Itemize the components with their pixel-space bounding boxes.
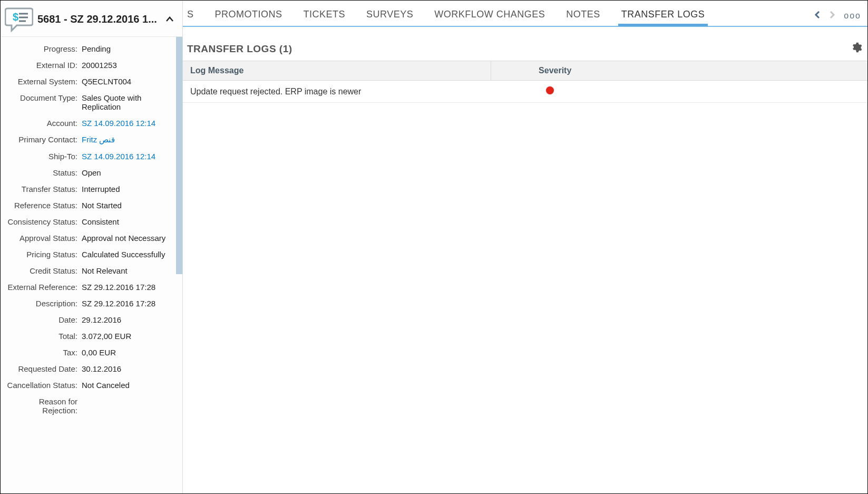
- section-header: TRANSFER LOGS (1): [183, 27, 867, 61]
- detail-value: Calculated Successfully: [80, 250, 179, 259]
- detail-row: Approval Status:Approval not Necessary: [4, 234, 179, 243]
- svg-text:$: $: [13, 11, 18, 23]
- detail-row: Reason for Rejection:: [4, 397, 179, 415]
- detail-row: Pricing Status:Calculated Successfully: [4, 250, 179, 259]
- detail-label: Account:: [4, 119, 80, 128]
- tab-truncated[interactable]: S: [185, 7, 204, 25]
- detail-value: Pending: [80, 44, 179, 53]
- detail-value: Not Relevant: [80, 266, 179, 275]
- detail-label: Tax:: [4, 348, 80, 357]
- detail-label: Document Type:: [4, 93, 80, 102]
- detail-row: Credit Status:Not Relevant: [4, 266, 179, 275]
- detail-label: Total:: [4, 332, 80, 341]
- detail-value-link[interactable]: SZ 14.09.2016 12:14: [80, 152, 179, 161]
- tab-workflow-changes[interactable]: WORKFLOW CHANGES: [424, 7, 555, 25]
- detail-label: Status:: [4, 168, 80, 177]
- detail-label: External System:: [4, 77, 80, 86]
- tab-bar: S PROMOTIONSTICKETSSURVEYSWORKFLOW CHANG…: [183, 1, 867, 27]
- sidebar-header: $ 5681 - SZ 29.12.2016 1...: [1, 1, 182, 37]
- detail-value: 3.072,00 EUR: [80, 332, 179, 341]
- transfer-logs-table: Log Message Severity Update request reje…: [183, 61, 867, 103]
- detail-value: 29.12.2016: [80, 315, 179, 324]
- detail-value-link[interactable]: Fritz قنص: [80, 135, 179, 144]
- severity-error-icon: [546, 86, 554, 94]
- detail-value: Approval not Necessary: [80, 234, 179, 243]
- detail-label: Transfer Status:: [4, 185, 80, 193]
- detail-row: Progress:Pending: [4, 44, 179, 53]
- detail-value: Sales Quote with Replication: [80, 93, 179, 111]
- detail-row: Requested Date:30.12.2016: [4, 364, 179, 373]
- detail-row: Reference Status:Not Started: [4, 201, 179, 210]
- detail-row: Account:SZ 14.09.2016 12:14: [4, 119, 179, 128]
- detail-label: Approval Status:: [4, 234, 80, 243]
- detail-row: Status:Open: [4, 168, 179, 177]
- detail-label: Credit Status:: [4, 266, 80, 275]
- detail-row: Ship-To:SZ 14.09.2016 12:14: [4, 152, 179, 161]
- detail-label: Consistency Status:: [4, 217, 80, 226]
- detail-row: Consistency Status:Consistent: [4, 217, 179, 226]
- detail-value: SZ 29.12.2016 17:28: [80, 283, 179, 292]
- detail-value: 20001253: [80, 61, 179, 70]
- detail-value: Q5ECLNT004: [80, 77, 179, 86]
- detail-value: SZ 29.12.2016 17:28: [80, 299, 179, 308]
- detail-row: External System:Q5ECLNT004: [4, 77, 179, 86]
- tab-notes[interactable]: NOTES: [555, 7, 611, 25]
- scrollbar-thumb[interactable]: [176, 37, 182, 274]
- detail-row: Cancellation Status:Not Canceled: [4, 381, 179, 390]
- detail-row: Tax:0,00 EUR: [4, 348, 179, 357]
- detail-label: Primary Contact:: [4, 135, 80, 144]
- detail-value: Open: [80, 168, 179, 177]
- detail-value-link[interactable]: SZ 14.09.2016 12:14: [80, 119, 179, 128]
- detail-row: Total:3.072,00 EUR: [4, 332, 179, 341]
- settings-gear-icon[interactable]: [851, 42, 862, 56]
- detail-label: External Reference:: [4, 283, 80, 292]
- detail-value: Not Canceled: [80, 381, 179, 390]
- detail-label: Ship-To:: [4, 152, 80, 161]
- tab-nav: ooo: [812, 9, 865, 23]
- tab-next-icon: [827, 9, 837, 23]
- detail-row: Date:29.12.2016: [4, 315, 179, 324]
- detail-label: Pricing Status:: [4, 250, 80, 259]
- detail-value: Interrupted: [80, 185, 179, 193]
- tab-surveys[interactable]: SURVEYS: [356, 7, 424, 25]
- sales-quote-icon: $: [5, 6, 33, 32]
- detail-value: 0,00 EUR: [80, 348, 179, 357]
- detail-label: External ID:: [4, 61, 80, 70]
- table-header-row: Log Message Severity: [183, 61, 867, 81]
- tab-prev-icon[interactable]: [812, 9, 823, 23]
- overflow-menu-icon[interactable]: ooo: [842, 11, 862, 21]
- details-panel: Progress:PendingExternal ID:20001253Exte…: [1, 37, 182, 493]
- detail-label: Progress:: [4, 44, 80, 53]
- detail-row: Description:SZ 29.12.2016 17:28: [4, 299, 179, 308]
- detail-row: Primary Contact:Fritz قنص: [4, 135, 179, 144]
- cell-log-message: Update request rejected. ERP image is ne…: [183, 81, 491, 103]
- tab-promotions[interactable]: PROMOTIONS: [204, 7, 293, 25]
- detail-label: Description:: [4, 299, 80, 308]
- detail-label: Reference Status:: [4, 201, 80, 210]
- section-title: TRANSFER LOGS (1): [187, 43, 292, 55]
- main-content: S PROMOTIONSTICKETSSURVEYSWORKFLOW CHANG…: [183, 1, 867, 493]
- detail-value: Consistent: [80, 217, 179, 226]
- detail-label: Requested Date:: [4, 364, 80, 373]
- detail-row: External Reference:SZ 29.12.2016 17:28: [4, 283, 179, 292]
- detail-row: Document Type:Sales Quote with Replicati…: [4, 93, 179, 111]
- cell-severity: [491, 81, 867, 103]
- col-severity[interactable]: Severity: [491, 61, 867, 81]
- detail-label: Date:: [4, 315, 80, 324]
- detail-value: 30.12.2016: [80, 364, 179, 373]
- tab-tickets[interactable]: TICKETS: [293, 7, 356, 25]
- detail-label: Cancellation Status:: [4, 381, 80, 390]
- col-log-message[interactable]: Log Message: [183, 61, 491, 81]
- detail-value: Not Started: [80, 201, 179, 210]
- detail-row: External ID:20001253: [4, 61, 179, 70]
- table-row[interactable]: Update request rejected. ERP image is ne…: [183, 81, 867, 103]
- collapse-toggle-icon[interactable]: [163, 12, 176, 27]
- detail-row: Transfer Status:Interrupted: [4, 185, 179, 193]
- detail-label: Reason for Rejection:: [4, 397, 80, 415]
- page-title: 5681 - SZ 29.12.2016 1...: [37, 13, 163, 25]
- tab-transfer-logs[interactable]: TRANSFER LOGS: [611, 7, 716, 25]
- details-sidebar: $ 5681 - SZ 29.12.2016 1... Progress:Pen…: [1, 1, 183, 493]
